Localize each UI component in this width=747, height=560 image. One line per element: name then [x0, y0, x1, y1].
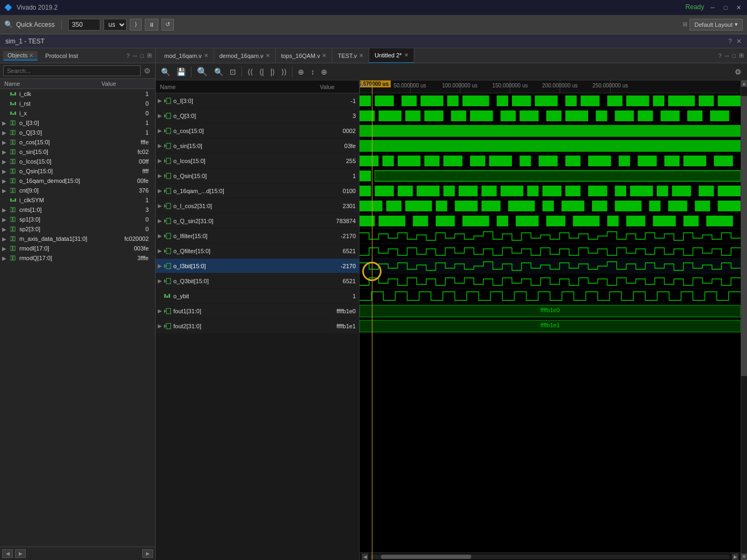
- close-tab-mod_16qam[interactable]: ✕: [204, 53, 208, 58]
- object-row-o_Q[interactable]: ▶ o_Q[3:0] 1: [0, 128, 155, 137]
- cursor-button[interactable]: ↕: [309, 67, 317, 77]
- object-row-cnt[interactable]: ▶ cnt[9:0] 376: [0, 186, 155, 195]
- object-row-i_rst[interactable]: i_rst 0: [0, 99, 155, 108]
- close-tab-tops[interactable]: ✕: [322, 53, 326, 58]
- objects-search-input[interactable]: [3, 65, 141, 76]
- scroll-down-wave[interactable]: ▼: [741, 554, 747, 560]
- h-scrollbar-track[interactable]: [370, 555, 730, 559]
- panel-close-icon[interactable]: ✕: [736, 38, 742, 45]
- wgraph-o_Qsin[interactable]: [360, 168, 741, 183]
- object-row-cnts[interactable]: ▶ cnts[1:0] 3: [0, 205, 155, 215]
- wname-row-o_16qam[interactable]: ▶ o_16qam_...d[15:0]: [156, 183, 317, 198]
- tab-mod_16qam[interactable]: mod_16qam.v ✕: [159, 48, 214, 63]
- object-row-o_Icos[interactable]: ▶ o_Icos[15:0] 00ff: [0, 157, 155, 166]
- wgraph-o_Qfilter[interactable]: [360, 244, 741, 259]
- wname-row-o_Icos[interactable]: ▶ o_Icos[15:0]: [156, 153, 317, 168]
- wgraph-o_I_cos2[interactable]: [360, 198, 741, 213]
- wgraph-o_Q_sin2[interactable]: [360, 213, 741, 229]
- tab-protocol-inst[interactable]: Protocol Inst: [41, 51, 82, 60]
- object-row-i_clkSYM[interactable]: i_clkSYM 1: [0, 195, 155, 205]
- wname-row-fout2[interactable]: ▶ fout2[31:0]: [156, 319, 317, 334]
- object-row-o_cos[interactable]: ▶ o_cos[15:0] fffe: [0, 137, 155, 147]
- wave-graph-area[interactable]: 15.670000 us 0.000000 us 50.000000 us 10…: [360, 80, 741, 560]
- zoom-in-button[interactable]: 🔍: [195, 65, 210, 78]
- wname-row-o_Ifilter[interactable]: ▶ o_Ifilter[15:0]: [156, 229, 317, 244]
- prev-cursor-button[interactable]: ⟨|: [257, 67, 266, 77]
- wgraph-o_Q[interactable]: [360, 108, 741, 123]
- objects-list[interactable]: i_clk 1 i_rst 0 i_x 0: [0, 89, 155, 547]
- expand-panel-icon[interactable]: ⊞: [147, 52, 152, 59]
- minimize-panel-icon[interactable]: ─: [133, 53, 137, 59]
- refresh-button[interactable]: ↺: [162, 19, 174, 31]
- wname-row-o_Q3bit[interactable]: ▶ o_Q3bit[15:0]: [156, 274, 317, 289]
- tab-untitled2[interactable]: Untitled 2* ✕: [369, 48, 414, 63]
- wave-help-icon[interactable]: ?: [718, 53, 721, 59]
- panel-help-icon[interactable]: ?: [728, 38, 732, 45]
- go-to-start-button[interactable]: ⟨⟨: [245, 67, 255, 77]
- scroll-up-wave[interactable]: ▲: [741, 80, 747, 87]
- wgraph-fout1[interactable]: ffffb1e0: [360, 304, 741, 319]
- zoom-region-button[interactable]: ⊕: [319, 67, 329, 77]
- close-tab-TEST[interactable]: ✕: [359, 53, 363, 58]
- objects-settings-button[interactable]: ⚙: [143, 65, 152, 76]
- go-to-end-button[interactable]: ⟩⟩: [279, 67, 289, 77]
- h-scrollbar-thumb[interactable]: [381, 555, 471, 559]
- wave-minimize-icon[interactable]: ─: [725, 53, 729, 59]
- tab-TEST[interactable]: TEST.v ✕: [332, 48, 369, 63]
- scroll-right-button[interactable]: ▶: [15, 549, 26, 558]
- tab-tops_16QAM[interactable]: tops_16QAM.v ✕: [276, 48, 333, 63]
- help-icon[interactable]: ?: [126, 53, 129, 59]
- zoom-fit-button[interactable]: ⊡: [228, 67, 238, 77]
- object-row-i_clk[interactable]: i_clk 1: [0, 89, 155, 99]
- wave-timeline[interactable]: 15.670000 us 0.000000 us 50.000000 us 10…: [360, 80, 741, 93]
- time-input[interactable]: [68, 19, 100, 31]
- v-scrollbar-track[interactable]: [741, 87, 747, 554]
- time-unit-select[interactable]: us ns ps: [104, 19, 127, 31]
- wname-row-o_ybit[interactable]: o_ybit: [156, 289, 317, 304]
- next-cursor-button[interactable]: |⟩: [268, 67, 277, 77]
- close-objects-tab[interactable]: ✕: [29, 53, 33, 58]
- wname-row-o_Qsin[interactable]: ▶ o_Qsin[15:0]: [156, 168, 317, 183]
- object-row-sp2[interactable]: ▶ sp2[3:0] 0: [0, 224, 155, 234]
- maximize-button[interactable]: □: [721, 3, 730, 12]
- scroll-right-wave[interactable]: ▶: [732, 554, 738, 560]
- object-row-o_sin[interactable]: ▶ o_sin[15:0] fc02: [0, 147, 155, 157]
- minimize-button[interactable]: ─: [708, 3, 717, 12]
- wname-row-o_sin[interactable]: ▶ o_sin[15:0]: [156, 138, 317, 153]
- add-marker-button[interactable]: ⊕: [296, 67, 306, 77]
- object-row-rmodQ[interactable]: ▶ rmodQ[17:0] 3fffe: [0, 253, 155, 263]
- wname-row-o_Q[interactable]: ▶ o_Q[3:0]: [156, 108, 317, 123]
- wname-row-o_I_cos2[interactable]: ▶ o_I_cos2[31:0]: [156, 198, 317, 213]
- restore-panel-icon[interactable]: □: [140, 53, 144, 59]
- object-row-sp1[interactable]: ▶ sp1[3:0] 0: [0, 215, 155, 224]
- wgraph-o_Ifilter[interactable]: [360, 229, 741, 244]
- object-row-rmodI[interactable]: ▶ rmodI[17:0] 003fe: [0, 244, 155, 253]
- wname-row-fout1[interactable]: ▶ fout1[31:0]: [156, 304, 317, 319]
- pause-button[interactable]: ⏸: [145, 19, 158, 31]
- wname-row-o_I[interactable]: ▶ o_I[3:0]: [156, 93, 317, 108]
- object-row-m_axis[interactable]: ▶ m_axis_data_tdata1[31:0] fc020002: [0, 234, 155, 244]
- wname-row-o_I3bit[interactable]: ▶ o_I3bit[15:0]: [156, 259, 317, 274]
- zoom-out-button[interactable]: 🔍: [212, 67, 225, 77]
- wgraph-o_I[interactable]: [360, 93, 741, 108]
- object-row-o_16qam_demod[interactable]: ▶ o_16qam_demod[15:0] 00fe: [0, 176, 155, 186]
- wname-row-o_cos[interactable]: ▶ o_cos[15:0]: [156, 123, 317, 138]
- wave-expand-icon[interactable]: ⊞: [739, 52, 744, 59]
- close-button[interactable]: ✕: [734, 3, 743, 12]
- layout-button[interactable]: Default Layout ▾: [690, 19, 743, 31]
- wname-row-o_Qfilter[interactable]: ▶ o_Qfilter[15:0]: [156, 244, 317, 259]
- wgraph-o_16qam[interactable]: [360, 183, 741, 198]
- set-time-button[interactable]: ⟩: [130, 19, 142, 31]
- wgraph-o_Icos[interactable]: [360, 153, 741, 168]
- wgraph-o_I3bit[interactable]: [360, 259, 741, 274]
- tab-objects[interactable]: Objects ✕: [3, 51, 38, 61]
- object-row-o_Qsin[interactable]: ▶ o_Qsin[15:0] ffff: [0, 166, 155, 176]
- scroll-left-button[interactable]: ◀: [2, 549, 13, 558]
- wave-maximize-icon[interactable]: □: [732, 53, 736, 59]
- collapse-panel-button[interactable]: ▶: [142, 549, 153, 558]
- wname-row-o_Q_sin2[interactable]: ▶ o_Q_sin2[31:0]: [156, 213, 317, 229]
- close-tab-untitled2[interactable]: ✕: [404, 52, 408, 58]
- v-scrollbar-thumb[interactable]: [741, 96, 747, 376]
- wgraph-fout2[interactable]: ffffb1e1: [360, 319, 741, 334]
- wgraph-o_ybit[interactable]: [360, 289, 741, 304]
